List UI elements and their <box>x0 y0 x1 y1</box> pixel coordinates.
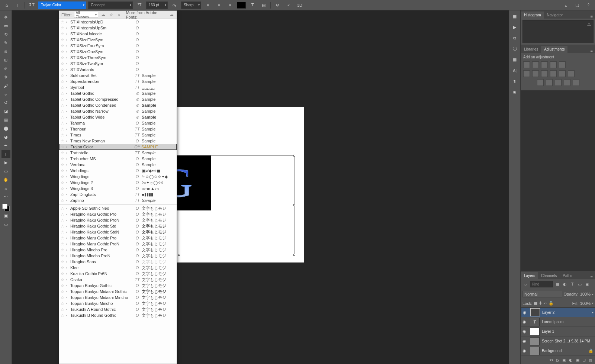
visibility-toggle-icon[interactable]: ◉ <box>522 348 528 353</box>
font-row[interactable]: ☆›Wingdings 2O◊○✦☼◯✧◊ <box>59 180 177 186</box>
edit-toolbar[interactable]: ⋯ <box>1 193 10 201</box>
layer-fx-icon[interactable]: fx <box>556 358 559 363</box>
expand-arrow-icon[interactable]: › <box>66 74 69 77</box>
favorite-star-icon[interactable]: ☆ <box>61 206 64 211</box>
lock-nest-icon[interactable]: ⤺ <box>544 301 547 306</box>
hand-tool[interactable]: ✋ <box>1 176 10 184</box>
favorite-star-icon[interactable]: ☆ <box>61 254 64 258</box>
3d-icon[interactable]: 3D <box>295 1 304 10</box>
font-row[interactable]: ☆›Times New RomanOSample <box>59 138 177 144</box>
panel-menu-icon[interactable]: ≡ <box>588 14 595 19</box>
favorite-star-icon[interactable]: ☆ <box>61 265 64 270</box>
crop-tool[interactable]: ⧆ <box>1 48 10 55</box>
delete-layer-icon[interactable]: 🗑 <box>589 358 593 363</box>
expand-arrow-icon[interactable]: › <box>66 116 69 119</box>
favorite-star-icon[interactable]: ☆ <box>61 212 64 217</box>
curves-adjustment[interactable] <box>541 61 548 68</box>
adjustments-tab[interactable]: Adjustments <box>541 46 567 53</box>
favorite-star-icon[interactable]: ☆ <box>61 248 64 252</box>
favorite-star-icon[interactable]: ☆ <box>61 133 64 138</box>
favorite-star-icon[interactable]: ☆ <box>61 121 64 126</box>
similar-filter-icon[interactable]: ≈ <box>116 12 122 18</box>
panel-menu-icon[interactable]: ≡ <box>588 275 595 279</box>
path-select-tool[interactable]: ▶ <box>1 159 10 167</box>
expand-arrow-icon[interactable]: › <box>66 145 69 149</box>
favorite-star-icon[interactable]: ☆ <box>61 242 64 247</box>
info-panel-icon[interactable]: ⓘ <box>510 45 519 53</box>
layer-thumbnail[interactable] <box>530 328 540 336</box>
fill-value[interactable]: 100% <box>580 301 591 306</box>
favorite-star-icon[interactable]: ☆ <box>61 109 64 114</box>
font-row[interactable]: ☆›Apple SD Gothic NeoO文字もじモジ <box>59 205 177 211</box>
history-brush-tool[interactable]: ↺ <box>1 99 10 107</box>
font-row[interactable]: ☆›Tablet Gothic⊘Sample <box>59 90 177 96</box>
channels-tab[interactable]: Channels <box>538 272 560 279</box>
character-panel-icon2[interactable]: A| <box>510 67 519 74</box>
color-panel-icon[interactable]: ▦ <box>510 13 519 20</box>
favorite-star-icon[interactable]: ☆ <box>61 32 64 36</box>
font-family-select[interactable]: Trajan Color <box>38 1 86 9</box>
eyedropper-tool[interactable]: ✐ <box>1 65 10 73</box>
vibrance-adjustment[interactable] <box>559 61 566 68</box>
font-row[interactable]: ☆›Hiragino Maru Gothic ProO文字もじモジ <box>59 235 177 241</box>
expand-arrow-icon[interactable]: › <box>66 80 69 83</box>
favorite-star-icon[interactable]: ☆ <box>61 198 64 203</box>
font-row[interactable]: ☆›STIXIntegralsUpSmO <box>59 25 177 31</box>
expand-arrow-icon[interactable]: › <box>66 236 69 240</box>
font-row[interactable]: ☆›Sukhumvit SetTTSample <box>59 73 177 78</box>
favorite-star-icon[interactable]: ☆ <box>61 236 64 241</box>
doc-layout-icon[interactable]: ▢ <box>573 1 582 10</box>
actions-panel-icon[interactable]: ▶ <box>510 23 519 31</box>
font-row[interactable]: ☆›ZapfinoTTSample <box>59 197 177 203</box>
type-tool-icon[interactable]: T <box>13 1 22 10</box>
expand-arrow-icon[interactable]: › <box>66 139 69 143</box>
favorite-star-icon[interactable]: ☆ <box>61 97 64 102</box>
favorite-star-icon[interactable]: ☆ <box>61 145 65 149</box>
eraser-tool[interactable]: ◪ <box>1 107 10 115</box>
visibility-toggle-icon[interactable]: ◉ <box>522 319 528 324</box>
visibility-toggle-icon[interactable]: ◉ <box>523 310 528 315</box>
font-row[interactable]: ☆›Hiragino Maru Gothic ProNO文字もじモジ <box>59 241 177 247</box>
favorite-star-icon[interactable]: ☆ <box>61 38 64 42</box>
font-row[interactable]: ☆›ThonburiTTSample <box>59 126 177 132</box>
favorite-star-icon[interactable]: ☆ <box>61 168 64 173</box>
stamp-tool[interactable]: ⟐ <box>1 90 10 98</box>
heal-tool[interactable]: ❉ <box>1 73 10 81</box>
favorite-star-icon[interactable]: ☆ <box>61 218 64 223</box>
expand-arrow-icon[interactable]: › <box>66 278 69 281</box>
levels-adjustment[interactable] <box>532 61 539 68</box>
layer-name[interactable]: Lorem Ipsum <box>542 320 563 324</box>
home-icon[interactable]: ⌂ <box>2 1 11 10</box>
layer-mask-icon[interactable]: ▣ <box>562 358 566 363</box>
expand-arrow-icon[interactable]: › <box>66 213 69 216</box>
favorite-star-icon[interactable]: ☆ <box>61 186 64 191</box>
font-row[interactable]: ☆›STIXSizeOneSymO <box>59 49 177 55</box>
expand-arrow-icon[interactable]: › <box>66 207 69 210</box>
expand-arrow-icon[interactable]: › <box>66 175 69 178</box>
fill-adjust-icon[interactable]: ◐ <box>569 358 573 363</box>
warp-text-icon[interactable]: Ṯ <box>248 1 257 10</box>
font-row[interactable]: ☆›OsakaTT文字もじモジ <box>59 277 177 283</box>
favorite-star-icon[interactable]: ☆ <box>61 20 64 25</box>
text-orientation-icon[interactable]: ↧T <box>27 1 36 10</box>
font-row[interactable]: ☆›Hiragino Mincho ProNO文字もじモジ <box>59 253 177 259</box>
expand-arrow-icon[interactable]: › <box>66 92 69 95</box>
font-row[interactable]: ☆›Tablet Gothic Condensed⊘Sample <box>59 102 177 108</box>
align-left-icon[interactable]: ≡ <box>203 1 212 10</box>
expand-arrow-icon[interactable]: › <box>66 290 69 293</box>
favorite-star-icon[interactable]: ☆ <box>61 289 64 294</box>
photo-filter-adjustment[interactable] <box>550 70 557 77</box>
font-row[interactable]: ☆›Hiragino Kaku Gothic ProO文字もじモジ <box>59 211 177 217</box>
favorite-star-icon[interactable]: ☆ <box>61 224 64 229</box>
font-row[interactable]: ☆›Hiragino SansO文字もじモジ <box>59 259 177 265</box>
blend-mode-select[interactable]: Normal <box>522 291 562 297</box>
font-row[interactable]: ☆›Hiragino Kaku Gothic StdO文字もじモジ <box>59 223 177 229</box>
expand-arrow-icon[interactable]: › <box>66 38 69 42</box>
layer-name[interactable]: Screen Shot 2…t 9.38.14 PM <box>542 339 590 343</box>
gradient-tool[interactable]: ▦ <box>1 116 10 124</box>
layer-row[interactable]: ◉Layer 1 <box>521 327 595 336</box>
favorite-star-icon[interactable]: ☆ <box>61 49 64 54</box>
font-row[interactable]: ☆›STIXIntegralsUpDO <box>59 19 177 25</box>
favorite-star-icon[interactable]: ☆ <box>61 180 64 185</box>
font-row[interactable]: ☆›WingdingsO✁☺◯☺☆✦◆ <box>59 174 177 180</box>
